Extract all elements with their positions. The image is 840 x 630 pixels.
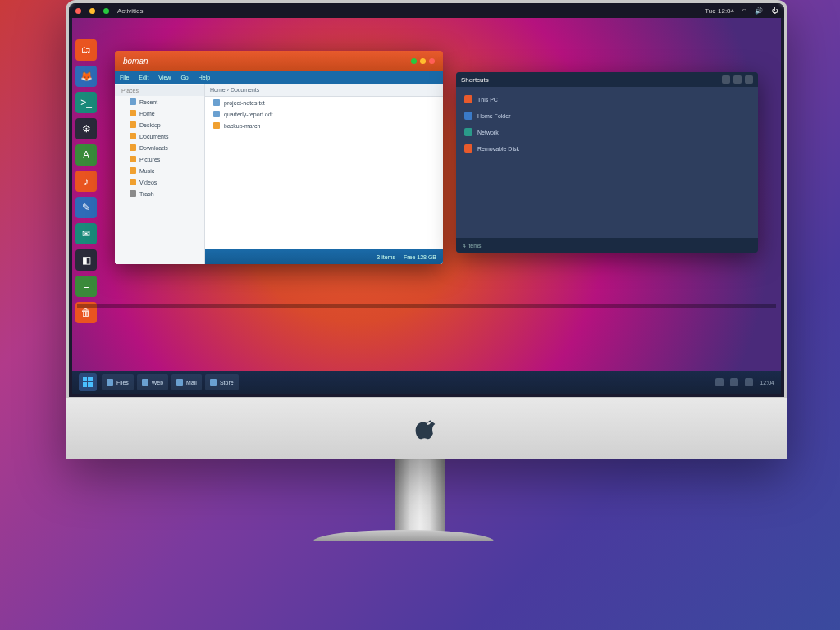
- folder-icon: [130, 179, 136, 185]
- folder-icon: [130, 110, 136, 116]
- explorer-task[interactable]: Files: [102, 374, 134, 390]
- menu-view[interactable]: View: [158, 75, 171, 80]
- titlebar[interactable]: Shortcuts: [456, 72, 758, 87]
- sidebar-header: Places: [115, 85, 204, 96]
- sidebar-panel: Places RecentHomeDesktopDocumentsDownloa…: [115, 71, 205, 264]
- window-min-icon[interactable]: [411, 58, 417, 64]
- maximize-button[interactable]: [733, 75, 742, 84]
- taskbar-clock[interactable]: 12:04: [760, 380, 774, 386]
- sidebar-item-label: Music: [139, 168, 154, 174]
- sidebar-item-recent[interactable]: Recent: [115, 96, 204, 107]
- folder-icon: [130, 133, 136, 139]
- apple-logo-icon: [415, 418, 438, 441]
- music-app[interactable]: ♪: [75, 171, 97, 192]
- firefox-app[interactable]: 🦊: [75, 66, 97, 87]
- list-item[interactable]: This PC: [464, 94, 750, 105]
- shortcuts-window[interactable]: Shortcuts This PCHome FolderNetworkRemov…: [456, 72, 758, 253]
- content-panel: Home › Documents project-notes.txtquarte…: [205, 71, 443, 264]
- window-close-icon[interactable]: [429, 58, 435, 64]
- mail-app[interactable]: ✉: [75, 223, 97, 244]
- list-item[interactable]: Removable Disk: [464, 143, 750, 154]
- close-button[interactable]: [745, 75, 753, 84]
- mail-task[interactable]: Mail: [171, 374, 202, 390]
- menu-go[interactable]: Go: [180, 75, 188, 80]
- desktop-wallpaper: 🗂🦊>_⚙A♪✎✉◧=🗑 boman FileEditViewGoHelp Pl…: [72, 18, 781, 394]
- file-manager-window[interactable]: boman FileEditViewGoHelp Places RecentHo…: [115, 51, 443, 264]
- system-tray: 12:04: [715, 378, 774, 386]
- window-max-icon[interactable]: [420, 58, 426, 64]
- sidebar-item-videos[interactable]: Videos: [115, 176, 204, 188]
- sidebar-item-home[interactable]: Home: [115, 107, 204, 119]
- terminal-app[interactable]: >_: [75, 92, 97, 113]
- minimize-button[interactable]: [722, 75, 730, 84]
- store-task[interactable]: Store: [205, 374, 239, 390]
- list-item-label: Home Folder: [477, 113, 510, 119]
- sidebar-item-music[interactable]: Music: [115, 165, 204, 176]
- status-items: 3 items: [377, 254, 395, 260]
- svg-rect-1: [88, 377, 93, 381]
- tray-battery-icon[interactable]: [745, 378, 753, 386]
- task-icon: [142, 379, 148, 386]
- item-icon: [464, 144, 472, 153]
- item-icon: [464, 95, 472, 103]
- tray-network-icon[interactable]: [715, 378, 724, 386]
- task-label: Mail: [186, 380, 197, 386]
- sidebar-item-desktop[interactable]: Desktop: [115, 119, 204, 130]
- breadcrumb-text: Home › Documents: [210, 87, 259, 93]
- store-app[interactable]: A: [75, 144, 97, 166]
- sidebar-item-label: Trash: [139, 191, 154, 197]
- sidebar-item-label: Documents: [139, 134, 168, 139]
- tray-volume-icon[interactable]: [730, 378, 738, 386]
- traffic-max-icon[interactable]: [103, 8, 109, 14]
- traffic-close-icon[interactable]: [75, 8, 81, 14]
- list-item[interactable]: project-notes.txt: [205, 97, 443, 108]
- sidebar-item-label: Videos: [139, 180, 157, 185]
- sidebar-item-documents[interactable]: Documents: [115, 130, 204, 142]
- wifi-icon[interactable]: ⌔: [742, 7, 746, 15]
- monitor-stand: [379, 459, 461, 558]
- menu-edit[interactable]: Edit: [139, 75, 148, 80]
- list-item[interactable]: quarterly-report.odt: [205, 108, 443, 120]
- list-item-label: project-notes.txt: [224, 100, 265, 106]
- file-icon: [213, 111, 220, 117]
- start-button[interactable]: [79, 373, 97, 391]
- list-item[interactable]: Home Folder: [464, 110, 750, 121]
- monitor-chin: [66, 398, 788, 459]
- menu-file[interactable]: File: [120, 75, 129, 80]
- status-count: 4 items: [463, 243, 482, 249]
- task-label: Store: [220, 380, 234, 386]
- folder-icon: [130, 156, 136, 162]
- breadcrumb[interactable]: Home › Documents: [205, 84, 443, 97]
- list-item[interactable]: Network: [464, 126, 750, 138]
- folder-icon: [130, 144, 136, 151]
- browser-task[interactable]: Web: [137, 374, 168, 390]
- taskbar: FilesWebMailStore 12:04: [72, 371, 781, 394]
- photos-app[interactable]: ◧: [75, 249, 97, 271]
- sidebar-item-label: Home: [139, 111, 155, 116]
- menubar-clock[interactable]: Tue 12:04: [705, 7, 734, 15]
- power-icon[interactable]: ⏻: [771, 7, 778, 15]
- task-icon: [210, 379, 217, 386]
- activities-label[interactable]: Activities: [117, 7, 144, 15]
- statusbar: 4 items: [456, 238, 758, 253]
- sidebar-item-downloads[interactable]: Downloads: [115, 142, 204, 153]
- svg-rect-0: [83, 377, 87, 381]
- task-label: Web: [152, 380, 163, 386]
- file-icon: [213, 99, 220, 106]
- disk-icon: [130, 190, 136, 197]
- traffic-min-icon[interactable]: [89, 8, 95, 14]
- list-item[interactable]: backup-march: [205, 120, 443, 131]
- text-editor-app[interactable]: ✎: [75, 197, 97, 218]
- sidebar-item-label: Recent: [139, 99, 158, 105]
- calc-app[interactable]: =: [75, 276, 97, 297]
- sidebar-item-trash[interactable]: Trash: [115, 188, 204, 199]
- divider: [77, 304, 776, 308]
- list-item-label: Network: [477, 130, 499, 135]
- settings-app[interactable]: ⚙: [75, 118, 97, 139]
- sidebar-item-pictures[interactable]: Pictures: [115, 153, 204, 165]
- monitor-screen: Activities Tue 12:04 ⌔ 🔊 ⏻ 🗂🦊>_⚙A♪✎✉◧=🗑 …: [69, 3, 784, 397]
- volume-icon[interactable]: 🔊: [755, 7, 763, 15]
- files-app[interactable]: 🗂: [75, 39, 97, 61]
- top-menubar: Activities Tue 12:04 ⌔ 🔊 ⏻: [69, 3, 784, 18]
- menu-help[interactable]: Help: [199, 75, 210, 80]
